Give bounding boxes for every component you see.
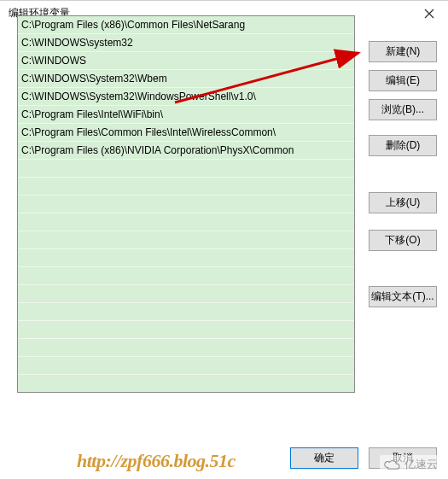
list-item[interactable]: C:\Program Files\Intel\WiFi\bin\	[18, 106, 354, 124]
list-item-empty[interactable]	[18, 375, 354, 393]
list-item[interactable]: C:\Program Files (x86)\Common Files\NetS…	[18, 16, 354, 34]
browse-button[interactable]: 浏览(B)...	[369, 99, 437, 120]
delete-button[interactable]: 删除(D)	[369, 135, 437, 156]
edittext-button[interactable]: 编辑文本(T)...	[369, 286, 437, 307]
close-icon	[424, 9, 434, 19]
list-item-empty[interactable]	[18, 231, 354, 249]
list-item[interactable]: C:\Program Files\Common Files\Intel\Wire…	[18, 124, 354, 142]
edit-button[interactable]: 编辑(E)	[369, 70, 437, 91]
list-item-empty[interactable]	[18, 160, 354, 178]
ok-button[interactable]: 确定	[290, 447, 358, 469]
close-button[interactable]	[410, 1, 448, 26]
list-item[interactable]: C:\WINDOWS\System32\Wbem	[18, 70, 354, 88]
path-listbox[interactable]: C:\Program Files (x86)\Common Files\NetS…	[17, 15, 355, 393]
movedown-button[interactable]: 下移(O)	[369, 230, 437, 251]
cancel-button[interactable]: 取消	[369, 447, 437, 469]
list-item-empty[interactable]	[18, 267, 354, 285]
list-item-empty[interactable]	[18, 357, 354, 375]
list-item[interactable]: C:\WINDOWS	[18, 52, 354, 70]
list-item[interactable]: C:\Program Files (x86)\NVIDIA Corporatio…	[18, 142, 354, 160]
list-item-empty[interactable]	[18, 178, 354, 196]
list-item-empty[interactable]	[18, 213, 354, 231]
list-item[interactable]: C:\WINDOWS\system32	[18, 34, 354, 52]
watermark-url: http://zpf666.blog.51c	[77, 450, 236, 472]
new-button[interactable]: 新建(N)	[369, 41, 437, 62]
list-item[interactable]: C:\WINDOWS\System32\WindowsPowerShell\v1…	[18, 88, 354, 106]
list-item-empty[interactable]	[18, 303, 354, 321]
list-item-empty[interactable]	[18, 339, 354, 357]
list-item-empty[interactable]	[18, 196, 354, 213]
moveup-button[interactable]: 上移(U)	[369, 192, 437, 213]
list-item-empty[interactable]	[18, 321, 354, 339]
list-item-empty[interactable]	[18, 249, 354, 267]
list-item-empty[interactable]	[18, 285, 354, 303]
